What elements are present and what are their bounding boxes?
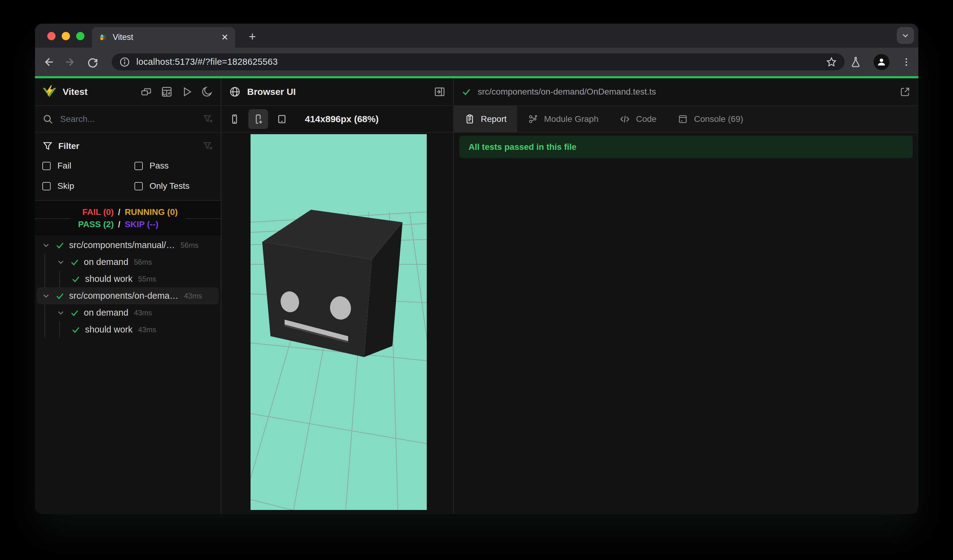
test-viewport[interactable] <box>250 134 427 510</box>
device-phone-plus-button[interactable] <box>248 109 268 129</box>
viewport-toolbar: 414x896px (68%) <box>221 106 453 133</box>
clear-filter-icon[interactable] <box>203 114 213 124</box>
running-count: RUNNING (0) <box>125 207 178 217</box>
3d-scene <box>250 134 427 510</box>
browser-toolbar: localhost:5173/#/?file=1828625563 <box>35 48 918 76</box>
viewport-size-label: 414x896px (68%) <box>305 114 379 124</box>
browser-tab[interactable]: Vitest ✕ <box>92 27 235 48</box>
code-icon <box>619 113 630 125</box>
chevron-down-icon[interactable] <box>56 308 65 318</box>
checkbox[interactable] <box>42 162 51 170</box>
dark-mode-moon-icon[interactable] <box>201 86 213 98</box>
filter-fail-checkbox[interactable]: Fail <box>42 161 135 171</box>
screen: Vitest ✕ + localhost:5173/# <box>0 0 953 560</box>
run-all-button[interactable] <box>181 86 193 98</box>
minimize-window-button[interactable] <box>62 32 70 40</box>
duration: 55ms <box>138 275 156 283</box>
traffic-lights <box>47 32 84 40</box>
checkbox-label: Fail <box>57 161 71 171</box>
open-side-panel-icon[interactable] <box>433 86 446 98</box>
test-file-label: src/components/on-dema… <box>69 291 178 301</box>
url-text[interactable]: localhost:5173/#/?file=1828625563 <box>136 57 826 67</box>
filter-pass-checkbox[interactable]: Pass <box>135 161 213 171</box>
tab-strip: Vitest ✕ + <box>35 24 918 48</box>
test-progress-bar <box>35 76 918 78</box>
indent-guide <box>45 254 45 287</box>
funnel-icon <box>42 141 53 151</box>
report-icon <box>464 113 475 125</box>
check-icon <box>461 87 472 97</box>
indent-guide <box>59 321 60 338</box>
tab-label: Code <box>636 114 657 124</box>
pass-count: PASS (2) <box>78 220 113 230</box>
tab-report[interactable]: Report <box>454 106 517 132</box>
tab-title: Vitest <box>113 33 216 42</box>
check-icon <box>71 274 81 284</box>
reload-button[interactable] <box>86 55 100 69</box>
checkbox[interactable] <box>135 162 143 170</box>
indent-guide <box>59 270 60 287</box>
vitest-favicon-icon <box>99 33 107 42</box>
tab-label: Module Graph <box>544 114 598 124</box>
duration: 43ms <box>138 326 156 334</box>
sidebar: Vitest <box>35 78 221 514</box>
tree-row-file-selected[interactable]: src/components/on-dema… 43ms <box>37 287 219 304</box>
checkbox[interactable] <box>135 182 143 190</box>
checkbox[interactable] <box>42 182 51 190</box>
browser-ui-header: Browser UI <box>221 78 453 106</box>
report-header: src/components/on-demand/OnDemand.test.t… <box>454 78 918 106</box>
tree-row-test[interactable]: should work 55ms <box>35 270 221 287</box>
filter-title: Filter <box>58 141 203 151</box>
experiments-flask-icon[interactable] <box>849 56 862 68</box>
device-phone-small-button[interactable] <box>229 113 241 125</box>
tab-search-button[interactable] <box>897 27 914 44</box>
address-bar[interactable]: localhost:5173/#/?file=1828625563 <box>112 53 844 70</box>
menu-dots-icon[interactable] <box>901 57 911 67</box>
tree-row-file[interactable]: src/components/manual/… 56ms <box>35 237 221 254</box>
device-tablet-button[interactable] <box>276 113 288 125</box>
duration: 43ms <box>134 309 152 317</box>
forward-button[interactable] <box>63 55 77 69</box>
profile-avatar[interactable] <box>874 54 889 70</box>
filter-skip-checkbox[interactable]: Skip <box>42 181 135 191</box>
module-graph-icon <box>528 113 539 125</box>
tab-code[interactable]: Code <box>609 106 667 132</box>
browser-window: Vitest ✕ + localhost:5173/# <box>35 24 918 514</box>
tab-console[interactable]: Console (69) <box>667 106 753 132</box>
chevron-down-icon[interactable] <box>42 241 51 250</box>
bookmark-star-icon[interactable] <box>826 56 837 68</box>
skip-count: SKIP (--) <box>125 220 178 230</box>
tree-row-test[interactable]: should work 43ms <box>35 321 221 338</box>
back-button[interactable] <box>42 55 56 69</box>
tree-row-suite[interactable]: on demand 43ms <box>35 304 221 321</box>
suite-label: on demand <box>84 308 128 318</box>
checkbox-label: Only Tests <box>149 181 189 191</box>
chevron-down-icon[interactable] <box>56 258 65 267</box>
site-info-icon[interactable] <box>119 56 130 68</box>
chevron-down-icon[interactable] <box>42 292 51 301</box>
collapse-windows-button[interactable] <box>140 86 152 98</box>
close-window-button[interactable] <box>47 32 56 40</box>
search-icon <box>42 113 53 125</box>
filter-only-tests-checkbox[interactable]: Only Tests <box>135 181 213 191</box>
check-icon <box>55 240 65 250</box>
new-tab-button[interactable]: + <box>245 30 259 44</box>
globe-icon <box>229 86 241 98</box>
clear-filter-icon[interactable] <box>203 141 213 151</box>
check-icon <box>70 308 79 318</box>
toolbar-right <box>849 54 911 70</box>
all-tests-passed-banner: All tests passed in this file <box>459 136 913 158</box>
report-tabs: Report Module Graph Code Console (69) <box>454 106 918 133</box>
dashboard-button[interactable] <box>161 86 173 98</box>
duration: 56ms <box>134 258 152 267</box>
search-input[interactable]: Search... <box>60 114 203 124</box>
tree-row-suite[interactable]: on demand 56ms <box>35 254 221 270</box>
zoom-window-button[interactable] <box>76 32 84 40</box>
external-link-icon[interactable] <box>899 86 911 98</box>
tab-module-graph[interactable]: Module Graph <box>517 106 609 132</box>
close-tab-icon[interactable]: ✕ <box>221 33 228 42</box>
check-icon <box>55 291 65 301</box>
check-icon <box>70 257 79 267</box>
search-row[interactable]: Search... <box>35 106 221 133</box>
indent-guide <box>45 304 45 338</box>
